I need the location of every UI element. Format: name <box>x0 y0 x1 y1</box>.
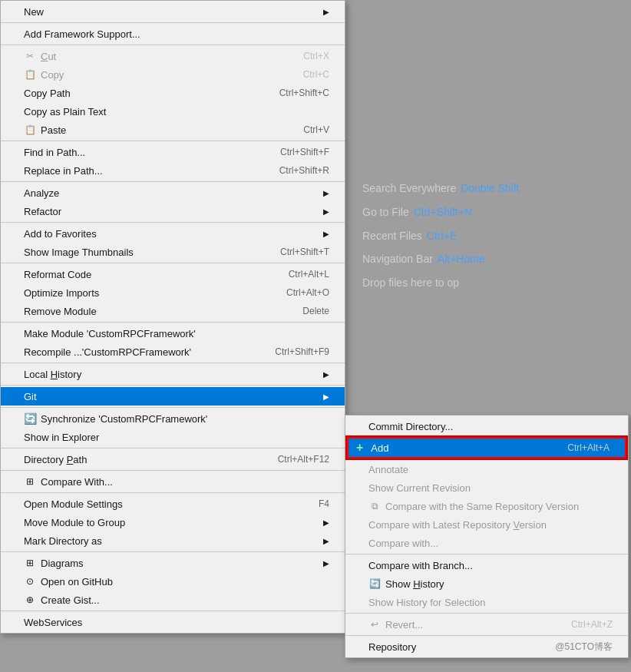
menu-item-local-history[interactable]: Local History <box>1 365 345 383</box>
menu-item-analyze[interactable]: Analyze <box>1 184 345 202</box>
separator-11 <box>1 448 345 449</box>
menu-item-copy: 📋 Copy Ctrl+C <box>1 65 345 84</box>
menu-item-make-module[interactable]: Make Module 'CustomRPCFramework' <box>1 324 345 343</box>
separator-9 <box>1 385 345 386</box>
git-separator-2 <box>345 613 628 614</box>
git-separator-1 <box>345 554 628 554</box>
git-menu-compare-latest-repo: Compare with Latest Repository Version <box>345 515 628 534</box>
hint-recent-text: Recent Files <box>362 224 422 248</box>
hint-recent: Recent Files Ctrl+E <box>362 224 623 248</box>
primary-context-menu: New Add Framework Support... ✂ Cut Ctrl+… <box>0 0 345 634</box>
compare-same-icon: ⧉ <box>368 500 381 512</box>
cut-icon: ✂ <box>24 50 36 62</box>
menu-item-find-in-path[interactable]: Find in Path... Ctrl+Shift+F <box>1 143 345 161</box>
menu-item-compare-with[interactable]: ⊞ Compare With... <box>1 472 345 491</box>
menu-item-refactor[interactable]: Refactor <box>1 202 345 220</box>
compare-icon: ⊞ <box>24 475 36 488</box>
separator-6 <box>1 263 345 263</box>
separator-12 <box>1 470 345 471</box>
ide-hints: Search Everywhere Double Shift Go to Fil… <box>355 169 631 303</box>
git-menu-compare-same-repo: ⧉ Compare with the Same Repository Versi… <box>345 497 628 515</box>
menu-item-add-to-favorites[interactable]: Add to Favorites <box>1 224 345 243</box>
git-menu-add[interactable]: + Add Ctrl+Alt+A <box>347 437 626 458</box>
hint-drop: Drop files here to op <box>362 271 623 295</box>
git-separator-3 <box>345 635 628 636</box>
hint-nav: Navigation Bar Alt+Home <box>362 247 623 271</box>
hint-nav-text: Navigation Bar <box>362 247 433 271</box>
hint-search: Search Everywhere Double Shift <box>362 177 623 200</box>
hint-goto-shortcut: Ctrl+Shift+N <box>414 200 472 224</box>
add-item-border: + Add Ctrl+Alt+A <box>345 435 628 460</box>
add-shortcut: Ctrl+Alt+A <box>567 442 610 453</box>
separator-3 <box>1 141 345 141</box>
separator-2 <box>1 45 345 45</box>
menu-item-show-image-thumbnails[interactable]: Show Image Thumbnails Ctrl+Shift+T <box>1 243 345 261</box>
separator-1 <box>1 22 345 23</box>
menu-item-new[interactable]: New <box>1 2 345 21</box>
git-menu-annotate: Annotate <box>345 460 628 478</box>
separator-4 <box>1 181 345 182</box>
gist-icon: ⊕ <box>24 594 36 606</box>
separator-5 <box>1 222 345 223</box>
menu-item-copy-path[interactable]: Copy Path Ctrl+Shift+C <box>1 84 345 102</box>
add-plus-icon: + <box>356 441 363 455</box>
menu-item-open-on-github[interactable]: ⊙ Open on GitHub <box>1 572 345 591</box>
menu-item-replace-in-path[interactable]: Replace in Path... Ctrl+Shift+R <box>1 161 345 180</box>
git-menu-revert: ↩ Revert... Ctrl+Alt+Z <box>345 615 628 634</box>
menu-item-add-framework[interactable]: Add Framework Support... <box>1 25 345 43</box>
git-menu-show-history-selection: Show History for Selection <box>345 593 628 611</box>
menu-item-directory-path[interactable]: Directory Path Ctrl+Alt+F12 <box>1 450 345 468</box>
git-menu-show-current-revision: Show Current Revision <box>345 478 628 497</box>
menu-item-synchronize[interactable]: 🔄 Synchronize 'CustomRPCFramework' <box>1 409 345 428</box>
git-menu-commit-directory[interactable]: Commit Directory... <box>345 417 628 435</box>
menu-item-create-gist[interactable]: ⊕ Create Gist... <box>1 591 345 609</box>
menu-item-reformat-code[interactable]: Reformat Code Ctrl+Alt+L <box>1 265 345 283</box>
menu-item-remove-module[interactable]: Remove Module Delete <box>1 302 345 320</box>
menu-item-copy-plain-text[interactable]: Copy as Plain Text <box>1 102 345 121</box>
hint-recent-shortcut: Ctrl+E <box>427 224 457 248</box>
hint-search-shortcut: Double Shift <box>461 177 519 200</box>
menu-item-open-module-settings[interactable]: Open Module Settings F4 <box>1 495 345 513</box>
separator-10 <box>1 407 345 408</box>
git-submenu: Commit Directory... + Add Ctrl+Alt+A Ann… <box>345 415 629 658</box>
git-menu-show-history[interactable]: 🔄 Show History <box>345 574 628 593</box>
hint-search-text: Search Everywhere <box>362 177 456 200</box>
git-menu-repository[interactable]: Repository @51CTO博客 <box>345 637 628 656</box>
github-icon: ⊙ <box>24 575 36 588</box>
menu-item-paste[interactable]: 📋 Paste Ctrl+V <box>1 121 345 139</box>
menu-item-mark-directory[interactable]: Mark Directory as <box>1 531 345 550</box>
separator-14 <box>1 551 345 552</box>
sync-icon: 🔄 <box>24 412 36 425</box>
git-menu-compare-with-sub: Compare with... <box>345 534 628 552</box>
separator-13 <box>1 492 345 493</box>
separator-15 <box>1 611 345 611</box>
menu-item-show-in-explorer[interactable]: Show in Explorer <box>1 428 345 446</box>
menu-item-diagrams[interactable]: ⊞ Diagrams <box>1 554 345 572</box>
separator-8 <box>1 362 345 363</box>
revert-icon: ↩ <box>368 618 381 631</box>
separator-7 <box>1 322 345 323</box>
menu-item-move-module[interactable]: Move Module to Group <box>1 513 345 531</box>
git-menu-compare-with-branch[interactable]: Compare with Branch... <box>345 556 628 574</box>
menu-item-optimize-imports[interactable]: Optimize Imports Ctrl+Alt+O <box>1 283 345 302</box>
hint-goto-text: Go to File <box>362 200 409 224</box>
menu-item-git[interactable]: Git <box>1 387 345 406</box>
menu-item-webservices[interactable]: WebServices <box>1 613 345 631</box>
menu-item-cut: ✂ Cut Ctrl+X <box>1 47 345 65</box>
history-icon: 🔄 <box>368 578 381 590</box>
diagrams-icon: ⊞ <box>24 557 36 569</box>
paste-icon: 📋 <box>24 124 36 136</box>
menu-item-recompile[interactable]: Recompile ...'CustomRPCFramework' Ctrl+S… <box>1 343 345 361</box>
copy-icon: 📋 <box>24 68 36 81</box>
hint-drop-text: Drop files here to op <box>362 271 459 295</box>
hint-nav-shortcut: Alt+Home <box>438 247 485 271</box>
hint-goto: Go to File Ctrl+Shift+N <box>362 200 623 224</box>
